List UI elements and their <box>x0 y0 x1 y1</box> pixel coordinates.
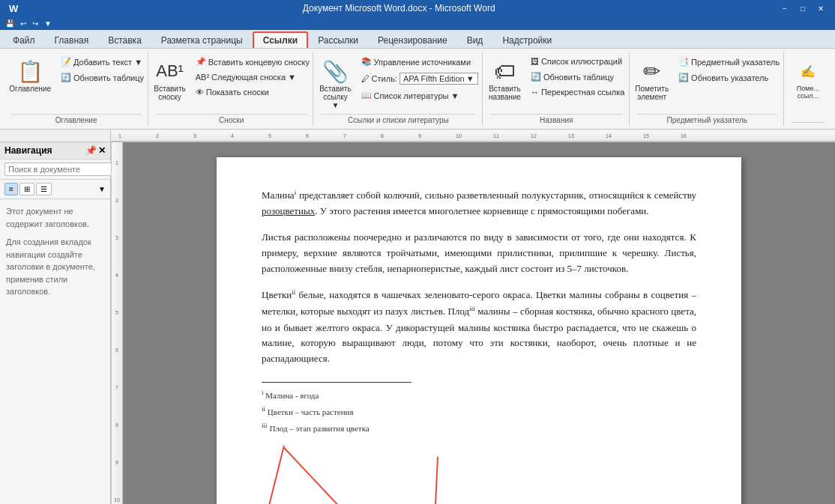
manage-sources-button[interactable]: 📚 Управление источниками <box>358 55 482 69</box>
insert-caption-button[interactable]: 🏷 Вставитьназвание <box>484 55 525 104</box>
nav-search-area: 🔍 <box>0 160 110 180</box>
tab-addins[interactable]: Надстройки <box>492 32 561 48</box>
restore-button[interactable]: □ <box>795 1 811 15</box>
bibliography-button[interactable]: 📖 Список литературы ▼ <box>358 88 482 103</box>
tab-layout[interactable]: Разметка страницы <box>151 32 253 48</box>
undo-quick-button[interactable]: ↩ <box>18 19 28 28</box>
page-content: Малинаi представляет собой колючий, силь… <box>262 187 696 436</box>
style-value[interactable]: APA Fifth Edition ▼ <box>400 73 478 85</box>
group-partial: ✍ Поме...ссыл... <box>786 52 831 126</box>
ruler-corner <box>0 130 111 142</box>
paragraph-2: Листья расположены поочередно и различаю… <box>262 230 696 276</box>
svg-text:8: 8 <box>115 422 118 428</box>
group-citations-label: Ссылки и списки литературы <box>321 114 476 126</box>
footnote-2: ii Цветки – часть растения <box>262 404 696 419</box>
vruler-svg: 1 2 3 4 5 6 7 8 9 10 <box>111 142 123 504</box>
ruler-svg: 1 2 3 4 5 6 7 8 9 10 11 12 13 14 15 16 <box>111 130 835 142</box>
update-toc-label: Обновить таблицу <box>73 73 144 82</box>
tab-view[interactable]: Вид <box>457 32 493 48</box>
footnote-ref-3: iii <box>469 305 475 312</box>
horizontal-ruler: 1 2 3 4 5 6 7 8 9 10 11 12 13 14 15 16 <box>111 130 835 142</box>
insert-endnote-button[interactable]: 📌 Вставить концевую сноску <box>192 55 313 69</box>
manage-label: Управление источниками <box>374 58 471 67</box>
nav-pin-button[interactable]: 📌 <box>85 145 97 156</box>
footnotes-actions: 📌 Вставить концевую сноску AB² Следующая… <box>192 55 313 99</box>
svg-text:4: 4 <box>115 273 118 278</box>
svg-text:10: 10 <box>114 497 120 503</box>
upd-idx-icon: 🔄 <box>678 73 689 82</box>
show-footnotes-button[interactable]: 👁 Показать сноски <box>192 85 313 99</box>
document-page[interactable]: Малинаi представляет собой колючий, силь… <box>217 157 741 504</box>
footnotes-section: i Малина - ягода ii Цветки – часть расте… <box>262 387 696 436</box>
ribbon-tabs: Файл Главная Вставка Разметка страницы С… <box>0 30 835 48</box>
footnote-3: iii Плод – этап развития цветка <box>262 420 696 435</box>
window-controls: − □ ✕ <box>777 1 829 15</box>
redo-quick-button[interactable]: ↪ <box>30 19 40 28</box>
style-label: Стиль: <box>372 74 397 83</box>
captions-actions: 🖼 Список иллюстраций 🔄 Обновить таблицу … <box>527 55 629 99</box>
document-area: kakvworde.ru Малинаi представляет собой … <box>123 142 835 504</box>
insert-index-button[interactable]: 📑 Предметный указатель <box>675 55 783 69</box>
tab-insert[interactable]: Вставка <box>98 32 151 48</box>
minimize-button[interactable]: − <box>777 1 793 15</box>
style-dropdown[interactable]: 🖊 Стиль: APA Fifth Edition ▼ <box>358 70 482 87</box>
close-button[interactable]: ✕ <box>813 1 829 15</box>
save-quick-button[interactable]: 💾 <box>3 19 16 28</box>
insert-footnote-button[interactable]: AB¹ Вставитьсноску <box>149 55 190 104</box>
nav-results-button[interactable]: ☰ <box>36 183 52 195</box>
word-logo: W <box>6 2 21 15</box>
tab-mailings[interactable]: Рассылки <box>308 32 368 48</box>
tab-references[interactable]: Ссылки <box>253 31 308 48</box>
svg-text:6: 6 <box>115 347 118 353</box>
citation-icon: 📎 <box>322 58 349 85</box>
tab-home[interactable]: Главная <box>45 32 99 48</box>
group-citations-content: 📎 Вставитьссылку ▼ 📚 Управление источник… <box>315 52 481 112</box>
quick-access-toolbar: 💾 ↩ ↪ ▼ <box>0 16 835 30</box>
index-label: Предметный указатель <box>691 58 780 67</box>
svg-text:6: 6 <box>306 133 309 139</box>
insert-citation-button[interactable]: 📎 Вставитьссылку ▼ <box>315 55 355 112</box>
footnote-divider <box>262 382 412 383</box>
footnote-1: i Малина - ягода <box>262 387 696 402</box>
table-of-figures-button[interactable]: 🖼 Список иллюстраций <box>527 55 629 68</box>
next-fn-icon: AB² <box>196 73 209 82</box>
nav-options-button[interactable]: ▼ <box>98 185 106 193</box>
add-text-button[interactable]: 📝 Добавить текст ▼ <box>57 55 148 69</box>
nav-empty-line2: Для создания вкладок навигации создайте … <box>6 236 104 298</box>
endnote-icon: 📌 <box>196 57 206 67</box>
group-partial-content: ✍ Поме...ссыл... <box>790 52 826 121</box>
update-table-button[interactable]: 🔄 Обновить таблицу <box>527 70 629 84</box>
mark-icon: ✏ <box>639 58 666 85</box>
nav-headings-button[interactable]: ≡ <box>4 183 18 195</box>
tab-review[interactable]: Рецензирование <box>368 32 457 48</box>
toc-button[interactable]: 📋 Оглавление <box>4 55 55 96</box>
mark-citation-button[interactable]: ✍ Поме...ссыл... <box>790 55 826 103</box>
ribbon-content: 📋 Оглавление 📝 Добавить текст ▼ 🔄 Обнови… <box>0 48 835 129</box>
paragraph-3: Цветкиii белые, находятся в чашечках зел… <box>262 287 696 367</box>
next-footnote-button[interactable]: AB² Следующая сноска ▼ <box>192 70 313 84</box>
cross-reference-button[interactable]: ↔ Перекрестная ссылка <box>527 85 629 99</box>
xref-icon: ↔ <box>531 88 539 97</box>
footnote-1-text: i Малина - ягода <box>262 391 319 400</box>
mark-entry-button[interactable]: ✏ Пометитьэлемент <box>630 55 673 104</box>
nav-empty-message: Этот документ не содержит заголовков. Дл… <box>0 199 110 310</box>
nav-close-button[interactable]: ✕ <box>98 145 106 156</box>
window-title: Документ Microsoft Word.docx - Microsoft… <box>21 3 777 13</box>
update-toc-button[interactable]: 🔄 Обновить таблицу <box>57 70 148 85</box>
customize-quick-button[interactable]: ▼ <box>42 19 54 28</box>
ruler-area: 1 2 3 4 5 6 7 8 9 10 11 12 13 14 15 16 <box>0 130 835 142</box>
update-t-label: Обновить таблицу <box>543 73 614 82</box>
toc-icon: 📋 <box>16 58 43 85</box>
caption-label: Вставитьназвание <box>489 85 521 101</box>
update-toc-icon: 🔄 <box>61 73 71 82</box>
svg-text:11: 11 <box>493 133 499 139</box>
nav-pages-button[interactable]: ⊞ <box>19 183 34 195</box>
nav-search-input[interactable] <box>4 163 115 176</box>
footnote-ref-1: i <box>295 189 297 196</box>
toc-actions: 📝 Добавить текст ▼ 🔄 Обновить таблицу <box>57 55 148 85</box>
svg-line-28 <box>262 446 284 504</box>
update-index-button[interactable]: 🔄 Обновить указатель <box>675 70 783 85</box>
tab-file[interactable]: Файл <box>3 32 45 48</box>
svg-text:12: 12 <box>531 133 537 139</box>
svg-line-30 <box>434 457 438 504</box>
